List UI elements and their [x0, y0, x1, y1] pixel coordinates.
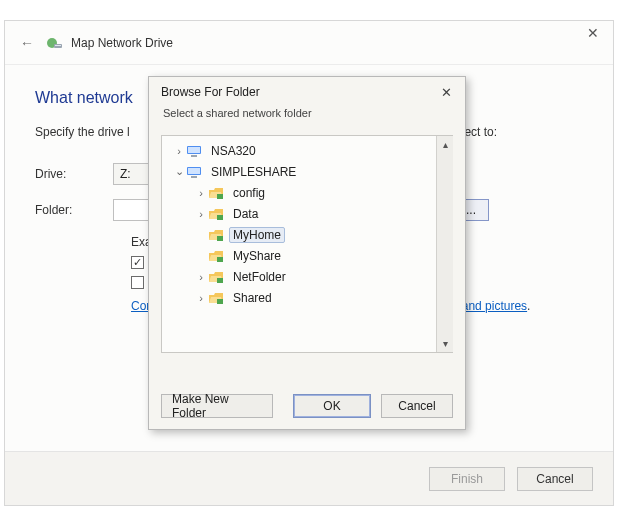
- tree-label-selected: MyHome: [229, 227, 285, 243]
- tree-item-config[interactable]: › config: [168, 182, 453, 203]
- make-new-folder-button[interactable]: Make New Folder: [161, 394, 273, 418]
- finish-button[interactable]: Finish: [429, 467, 505, 491]
- folder-tree: › NSA320 ⌄ SIMPLESHARE › config: [162, 136, 453, 312]
- dialog-title: Browse For Folder: [161, 85, 260, 99]
- tree-item-data[interactable]: › Data: [168, 203, 453, 224]
- svg-rect-7: [188, 168, 200, 174]
- window-header: ← Map Network Drive: [5, 21, 613, 65]
- tree-item-myhome[interactable]: MyHome: [168, 224, 453, 245]
- tree-item-shared[interactable]: › Shared: [168, 287, 453, 308]
- browse-folder-dialog: Browse For Folder ✕ Select a shared netw…: [148, 76, 466, 430]
- svg-rect-9: [217, 194, 223, 199]
- computer-icon: [186, 165, 202, 179]
- expand-icon[interactable]: ›: [194, 208, 208, 220]
- tree-label: NSA320: [207, 143, 260, 159]
- share-folder-icon: [208, 249, 224, 263]
- tree-item-simpleshare[interactable]: ⌄ SIMPLESHARE: [168, 161, 453, 182]
- tree-label: MyShare: [229, 248, 285, 264]
- folder-tree-pane: › NSA320 ⌄ SIMPLESHARE › config: [161, 135, 453, 353]
- tree-label: Shared: [229, 290, 276, 306]
- share-folder-icon: [208, 291, 224, 305]
- network-drive-icon: [47, 35, 63, 51]
- share-folder-icon: [208, 228, 224, 242]
- svg-rect-10: [217, 215, 223, 220]
- credentials-checkbox[interactable]: [131, 276, 144, 289]
- collapse-icon[interactable]: ⌄: [172, 165, 186, 178]
- cancel-button[interactable]: Cancel: [517, 467, 593, 491]
- tree-item-myshare[interactable]: MyShare: [168, 245, 453, 266]
- dialog-close-button[interactable]: ✕: [437, 83, 455, 101]
- tree-label: SIMPLESHARE: [207, 164, 300, 180]
- expand-icon[interactable]: ›: [194, 292, 208, 304]
- tree-scrollbar[interactable]: ▴ ▾: [436, 136, 453, 352]
- svg-rect-5: [191, 155, 197, 157]
- computer-icon: [186, 144, 202, 158]
- share-folder-icon: [208, 186, 224, 200]
- svg-rect-2: [55, 45, 61, 46]
- svg-rect-13: [217, 278, 223, 283]
- tree-item-nsa320[interactable]: › NSA320: [168, 140, 453, 161]
- tree-item-netfolder[interactable]: › NetFolder: [168, 266, 453, 287]
- tree-label: config: [229, 185, 269, 201]
- drive-label: Drive:: [35, 167, 113, 181]
- scroll-down-icon[interactable]: ▾: [437, 335, 453, 352]
- footer-bar: Finish Cancel: [5, 451, 613, 505]
- svg-rect-11: [217, 236, 223, 241]
- folder-label: Folder:: [35, 203, 113, 217]
- scroll-up-icon[interactable]: ▴: [437, 136, 453, 153]
- tree-label: NetFolder: [229, 269, 290, 285]
- svg-rect-12: [217, 257, 223, 262]
- ok-button[interactable]: OK: [293, 394, 371, 418]
- dialog-titlebar: Browse For Folder ✕: [149, 77, 465, 107]
- back-button[interactable]: ←: [17, 33, 37, 53]
- dialog-subtitle: Select a shared network folder: [149, 107, 465, 129]
- share-folder-icon: [208, 270, 224, 284]
- svg-rect-8: [191, 176, 197, 178]
- instruction-left: Specify the drive l: [35, 125, 130, 139]
- svg-rect-14: [217, 299, 223, 304]
- drive-value: Z:: [120, 167, 131, 181]
- svg-rect-4: [188, 147, 200, 153]
- reconnect-checkbox[interactable]: ✓: [131, 256, 144, 269]
- tree-label: Data: [229, 206, 262, 222]
- expand-icon[interactable]: ›: [194, 187, 208, 199]
- dialog-cancel-button[interactable]: Cancel: [381, 394, 453, 418]
- expand-icon[interactable]: ›: [194, 271, 208, 283]
- window-title: Map Network Drive: [71, 36, 173, 50]
- expand-icon[interactable]: ›: [172, 145, 186, 157]
- dialog-button-bar: Make New Folder OK Cancel: [149, 383, 465, 429]
- share-folder-icon: [208, 207, 224, 221]
